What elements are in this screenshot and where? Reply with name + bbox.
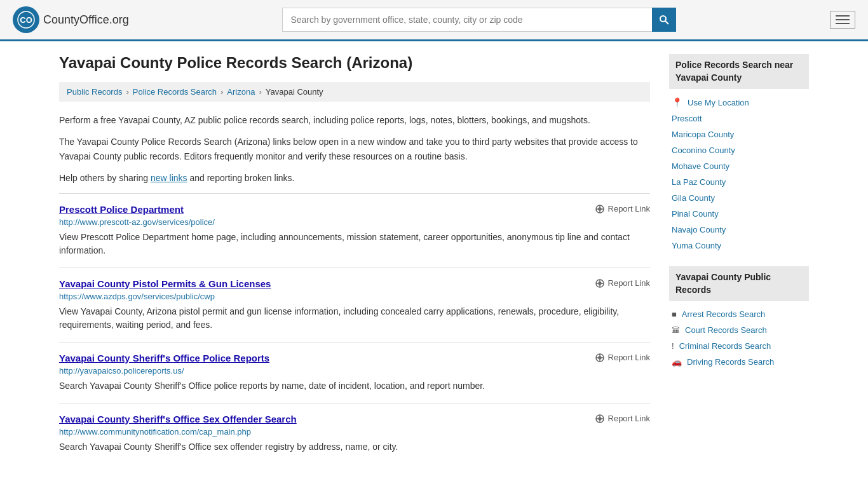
result-item: Prescott Police Department Report Link h… [59, 193, 650, 268]
new-links-link[interactable]: new links [151, 173, 187, 183]
result-item: Yavapai County Sheriff's Office Police R… [59, 342, 650, 403]
public-records-link[interactable]: Court Records Search [685, 325, 767, 335]
breadcrumb-current: Yavapai County [266, 87, 323, 97]
report-link[interactable]: Report Link [595, 414, 650, 424]
site-header: CO CountyOffice.org [0, 0, 868, 41]
public-records-link-item[interactable]: 🏛Court Records Search [669, 322, 809, 338]
nearby-link-item[interactable]: Coconino County [669, 142, 809, 158]
public-records-link[interactable]: Arrest Records Search [682, 309, 766, 319]
report-link[interactable]: Report Link [595, 278, 650, 288]
breadcrumb: Public Records › Police Records Search ›… [59, 82, 650, 102]
result-url[interactable]: http://www.communitynotification.com/cap… [59, 427, 650, 437]
nearby-title: Police Records Search near Yavapai Count… [669, 54, 809, 89]
breadcrumb-police-records-search[interactable]: Police Records Search [133, 87, 217, 97]
nearby-link[interactable]: Pinal County [672, 209, 719, 219]
result-header: Yavapai County Sheriff's Office Sex Offe… [59, 414, 650, 424]
result-header: Prescott Police Department Report Link [59, 204, 650, 215]
description-3: Help others by sharing new links and rep… [59, 171, 650, 185]
sidebar: Police Records Search near Yavapai Count… [669, 54, 809, 464]
report-icon [595, 353, 605, 363]
description-1: Perform a free Yavapai County, AZ public… [59, 113, 650, 127]
nearby-link-item[interactable]: Yuma County [669, 238, 809, 254]
logo-suffix-text: .org [109, 13, 129, 26]
report-link[interactable]: Report Link [595, 204, 650, 214]
nearby-link-item[interactable]: La Paz County [669, 174, 809, 190]
svg-point-2 [660, 16, 666, 22]
breadcrumb-public-records[interactable]: Public Records [67, 87, 122, 97]
nearby-link[interactable]: La Paz County [672, 177, 726, 187]
result-item: Yavapai County Pistol Permits & Gun Lice… [59, 268, 650, 342]
result-url[interactable]: http://yavapaicso.policereports.us/ [59, 366, 650, 376]
logo-area: CO CountyOffice.org [13, 6, 129, 33]
public-records-title: Yavapai County Public Records [669, 266, 809, 301]
report-link[interactable]: Report Link [595, 353, 650, 363]
result-header: Yavapai County Sheriff's Office Police R… [59, 353, 650, 363]
logo-text: CountyOffice.org [43, 13, 129, 27]
result-desc: View Prescott Police Department home pag… [59, 231, 650, 257]
nearby-link[interactable]: Prescott [672, 114, 702, 123]
record-icon: 🚗 [672, 357, 682, 367]
result-url[interactable]: http://www.prescott-az.gov/services/poli… [59, 217, 650, 227]
result-url[interactable]: https://www.azdps.gov/services/public/cw… [59, 292, 650, 301]
svg-line-3 [665, 21, 668, 24]
result-desc: Search Yavapai County Sheriff's Office s… [59, 440, 650, 454]
record-icon: 🏛 [672, 325, 680, 335]
nearby-link-item[interactable]: Gila County [669, 190, 809, 206]
menu-line [836, 15, 850, 17]
search-button[interactable] [652, 8, 676, 32]
svg-text:CO: CO [20, 15, 32, 25]
result-title[interactable]: Yavapai County Pistol Permits & Gun Lice… [59, 278, 271, 289]
nearby-link[interactable]: Yuma County [672, 241, 721, 250]
use-my-location-item[interactable]: 📍 Use My Location [669, 94, 809, 111]
logo-main-text: CountyOffice [43, 13, 109, 26]
location-icon: 📍 [672, 97, 682, 107]
nearby-link-item[interactable]: Pinal County [669, 206, 809, 222]
result-title[interactable]: Yavapai County Sheriff's Office Police R… [59, 353, 269, 363]
breadcrumb-arizona[interactable]: Arizona [227, 87, 255, 97]
nearby-link[interactable]: Gila County [672, 193, 715, 203]
public-records-links: ■Arrest Records Search🏛Court Records Sea… [669, 306, 809, 370]
public-records-section: Yavapai County Public Records ■Arrest Re… [669, 266, 809, 370]
search-input[interactable] [282, 8, 652, 32]
nearby-link-item[interactable]: Navajo County [669, 222, 809, 238]
results-container: Prescott Police Department Report Link h… [59, 193, 650, 464]
report-icon [595, 204, 605, 214]
nearby-links: PrescottMaricopa CountyCoconino CountyMo… [669, 111, 809, 254]
use-my-location-link[interactable]: Use My Location [688, 98, 749, 107]
public-records-link-item[interactable]: !Criminal Records Search [669, 338, 809, 354]
report-icon [595, 278, 605, 288]
nearby-link-item[interactable]: Mohave County [669, 158, 809, 174]
menu-button[interactable] [830, 11, 855, 29]
result-desc: Search Yavapai County Sheriff's Office p… [59, 379, 650, 393]
public-records-link[interactable]: Driving Records Search [687, 357, 774, 367]
result-header: Yavapai County Pistol Permits & Gun Lice… [59, 278, 650, 289]
result-item: Yavapai County Sheriff's Office Sex Offe… [59, 403, 650, 464]
content-area: Yavapai County Police Records Search (Ar… [59, 54, 650, 464]
nearby-section: Police Records Search near Yavapai Count… [669, 54, 809, 254]
nearby-link-item[interactable]: Maricopa County [669, 126, 809, 142]
nearby-link[interactable]: Coconino County [672, 146, 735, 155]
menu-line [836, 23, 850, 24]
public-records-link-item[interactable]: 🚗Driving Records Search [669, 354, 809, 370]
nearby-link-item[interactable]: Prescott [669, 111, 809, 126]
logo-icon: CO [13, 6, 39, 33]
menu-line [836, 19, 850, 20]
result-desc: View Yavapai County, Arizona pistol perm… [59, 305, 650, 332]
record-icon: ! [672, 341, 674, 351]
nearby-link[interactable]: Navajo County [672, 225, 726, 234]
result-title[interactable]: Yavapai County Sheriff's Office Sex Offe… [59, 414, 297, 424]
nearby-link[interactable]: Mohave County [672, 161, 729, 171]
nearby-link[interactable]: Maricopa County [672, 130, 734, 139]
page-title: Yavapai County Police Records Search (Ar… [59, 54, 650, 72]
description-2: The Yavapai County Police Records Search… [59, 135, 650, 163]
result-title[interactable]: Prescott Police Department [59, 204, 184, 215]
search-area [282, 8, 676, 32]
report-icon [595, 414, 605, 424]
record-icon: ■ [672, 309, 677, 319]
public-records-link-item[interactable]: ■Arrest Records Search [669, 306, 809, 322]
main-container: Yavapai County Police Records Search (Ar… [46, 41, 822, 477]
public-records-link[interactable]: Criminal Records Search [679, 341, 771, 351]
